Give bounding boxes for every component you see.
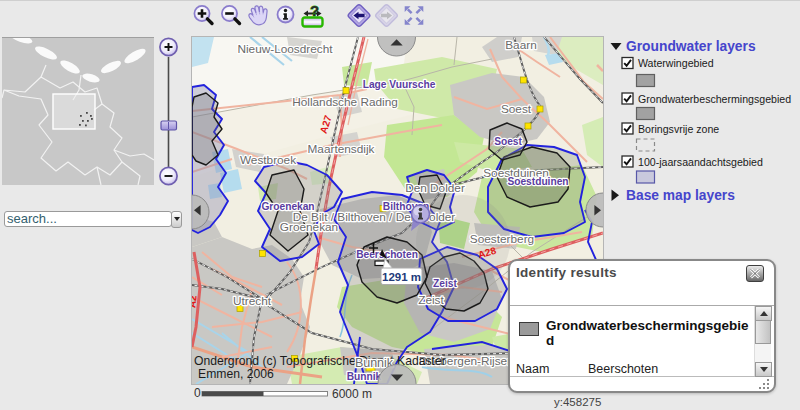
svg-text:Soestduinen: Soestduinen: [507, 176, 568, 187]
svg-text:0: 0: [194, 386, 201, 400]
svg-text:Baarn: Baarn: [505, 38, 536, 52]
svg-text:Groenekan: Groenekan: [280, 220, 338, 234]
svg-text:Maartensdijk: Maartensdijk: [308, 142, 375, 156]
svg-text:6000 m: 6000 m: [332, 387, 372, 401]
svg-text:Hollandsche Rading: Hollandsche Rading: [292, 95, 398, 109]
svg-text:Bunnik: Bunnik: [347, 371, 382, 382]
svg-text:Lage Vuursche: Lage Vuursche: [363, 79, 436, 90]
svg-text:Ondergrond (c) Topografische D: Ondergrond (c) Topografische Dienst Kada…: [194, 354, 446, 368]
svg-text:Zeist: Zeist: [433, 278, 457, 289]
svg-text:Westbroek: Westbroek: [240, 153, 296, 167]
svg-text:100-jaarsaandachtsgebied: 100-jaarsaandachtsgebied: [638, 156, 763, 168]
svg-text:Zeist: Zeist: [418, 293, 444, 307]
svg-text:Groundwater layers: Groundwater layers: [626, 39, 756, 54]
svg-text:Beerschoten: Beerschoten: [356, 249, 418, 260]
svg-text:Soesterberg: Soesterberg: [470, 232, 534, 246]
svg-text:Soest: Soest: [494, 136, 522, 147]
svg-text:Grondwaterbeschermingsgebied: Grondwaterbeschermingsgebied: [638, 93, 791, 105]
svg-text:Nieuw-Loosdrecht: Nieuw-Loosdrecht: [237, 42, 333, 56]
svg-text:Utrecht: Utrecht: [233, 294, 272, 308]
svg-text:1291 m: 1291 m: [382, 271, 421, 283]
svg-text:Waterwingebied: Waterwingebied: [638, 57, 714, 69]
svg-text:Boringsvrije zone: Boringsvrije zone: [638, 123, 719, 135]
svg-text:?: ?: [310, 2, 319, 19]
svg-text:Emmen, 2006: Emmen, 2006: [198, 367, 274, 381]
svg-text:Base map layers: Base map layers: [626, 188, 735, 203]
svg-text:Groenekan: Groenekan: [261, 201, 314, 212]
svg-text:Den Dolder: Den Dolder: [405, 181, 465, 195]
svg-text:Soest: Soest: [501, 102, 532, 116]
